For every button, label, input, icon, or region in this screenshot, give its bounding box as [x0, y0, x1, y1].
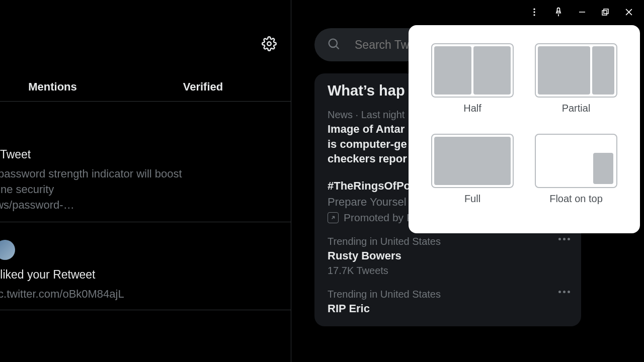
window-layout-popup: Half Partial Full Float on top: [409, 25, 640, 233]
more-icon[interactable]: [558, 291, 570, 293]
notifications-column: Mentions Verified d your Tweet oming pas…: [0, 0, 291, 362]
layout-half-icon: [431, 43, 514, 98]
svg-line-10: [336, 46, 339, 49]
layout-label: Half: [463, 103, 481, 114]
layout-full-icon: [431, 134, 514, 188]
svg-point-0: [533, 9, 535, 10]
trend-headline: RIP Eric: [328, 301, 568, 316]
more-vert-icon[interactable]: [529, 7, 539, 17]
more-icon[interactable]: [558, 238, 570, 240]
notification-item[interactable]: d your Tweet oming password strength ind…: [0, 148, 291, 222]
layout-label: Full: [464, 193, 480, 205]
svg-point-2: [533, 14, 535, 16]
trend-meta: Trending in United States: [328, 236, 568, 247]
layout-label: Float on top: [549, 193, 603, 205]
trend-headline: Rusty Bowers: [328, 248, 568, 263]
notification-body: oming password strength indicator will b…: [0, 166, 291, 213]
trend-count: 17.7K Tweets: [328, 265, 568, 277]
notification-title: d your Tweet: [0, 148, 291, 161]
layout-label: Partial: [562, 103, 591, 114]
window-titlebar: [529, 0, 644, 24]
svg-point-9: [329, 39, 337, 47]
gear-icon[interactable]: [262, 36, 277, 53]
svg-point-1: [533, 11, 535, 13]
layout-option-full[interactable]: Full: [427, 134, 518, 215]
layout-partial-icon: [535, 43, 617, 98]
layout-option-float[interactable]: Float on top: [530, 134, 622, 215]
trend-meta: Trending in United States: [328, 289, 568, 300]
tab-verified[interactable]: Verified: [145, 73, 291, 101]
trend-item[interactable]: Trending in United States Rusty Bowers 1…: [314, 229, 581, 282]
promoted-icon: [328, 212, 339, 223]
avatar: [0, 240, 15, 260]
svg-rect-4: [604, 9, 608, 14]
svg-rect-5: [602, 11, 607, 15]
pin-icon[interactable]: [553, 7, 564, 17]
close-icon[interactable]: [624, 7, 634, 17]
restore-icon[interactable]: [601, 8, 610, 17]
notification-title: others liked your Retweet: [0, 268, 291, 282]
notification-item[interactable]: others liked your Retweet ver? pic.twitt…: [0, 234, 291, 310]
search-icon: [327, 37, 341, 53]
svg-point-8: [267, 42, 271, 46]
layout-float-icon: [535, 134, 617, 188]
trend-item[interactable]: Trending in United States RIP Eric: [314, 282, 581, 321]
minimize-icon[interactable]: [578, 8, 587, 17]
layout-option-half[interactable]: Half: [427, 43, 518, 125]
notification-body: ver? pic.twitter.com/oBk0M84ajL: [0, 288, 291, 301]
tab-mentions[interactable]: Mentions: [0, 73, 145, 101]
notification-tabs: Mentions Verified: [0, 73, 291, 102]
layout-option-partial[interactable]: Partial: [530, 43, 622, 125]
